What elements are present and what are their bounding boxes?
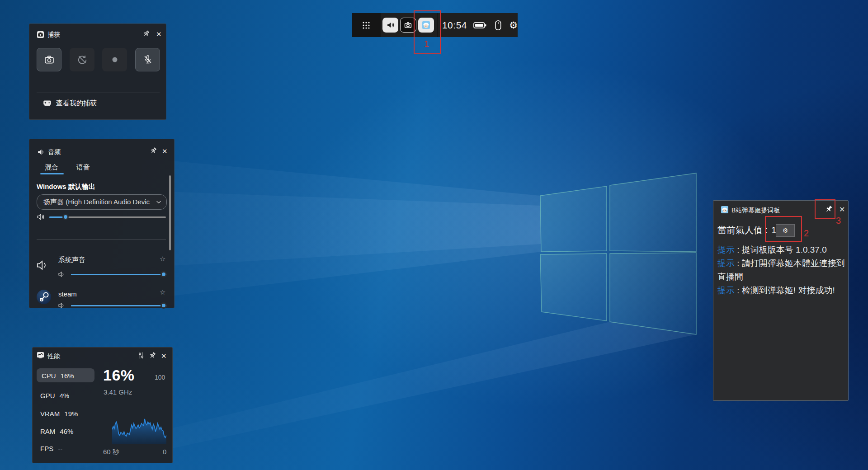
channel-volume-thumb[interactable] xyxy=(160,271,167,277)
metric-cpu[interactable]: CPU16% xyxy=(42,372,74,380)
metric-ram[interactable]: RAM46% xyxy=(40,428,73,435)
graph-axis-max: 100 xyxy=(155,374,165,381)
mic-muted-button[interactable] xyxy=(135,48,160,71)
channel-name: steam xyxy=(58,290,77,298)
audio-widget-button[interactable] xyxy=(382,18,398,33)
settings-gear-icon[interactable]: ⚙ xyxy=(509,20,518,31)
active-tab-underline xyxy=(40,173,64,174)
performance-panel-title: 性能 xyxy=(47,352,60,361)
output-device-select[interactable]: 扬声器 (High Definition Audio Devic xyxy=(37,194,167,210)
close-icon[interactable]: ✕ xyxy=(162,148,168,155)
tip-line: 提示 : 检测到弹幕姬! 对接成功! xyxy=(717,284,846,297)
screenshot-button[interactable] xyxy=(37,48,61,71)
close-icon[interactable]: ✕ xyxy=(839,206,845,213)
widget-title: B站弹幕姬提词板 xyxy=(731,207,780,215)
metric-vram[interactable]: VRAM19% xyxy=(40,410,78,418)
capture-panel: 捕获 ✕ xyxy=(29,24,166,120)
performance-panel-icon xyxy=(37,352,44,359)
audio-panel-icon xyxy=(37,148,45,156)
widget-menu-button[interactable] xyxy=(352,13,381,37)
performance-panel: 性能 ✕ CPU16% GPU4% VRAM19% RAM46% FPS-- 1… xyxy=(32,347,173,463)
tip-line: 提示 : 提词板版本号 1.0.37.0 xyxy=(717,243,846,257)
graph-axis-right: 0 xyxy=(163,448,166,456)
metric-fps[interactable]: FPS-- xyxy=(40,445,62,452)
annotation-box-3 xyxy=(815,199,835,219)
mic-muted-icon xyxy=(143,55,153,65)
divider xyxy=(37,240,166,240)
options-sliders-icon[interactable] xyxy=(137,352,145,359)
channel-volume-thumb[interactable] xyxy=(160,302,167,309)
steam-icon xyxy=(37,290,51,304)
pin-icon[interactable] xyxy=(142,30,150,38)
tab-mix[interactable]: 混合 xyxy=(45,163,58,172)
capture-panel-title: 捕获 xyxy=(47,31,60,39)
camera-icon xyxy=(404,21,412,29)
record-button xyxy=(102,48,127,71)
battery-icon xyxy=(473,21,486,29)
master-volume-thumb[interactable] xyxy=(62,214,69,220)
chevron-down-icon xyxy=(156,199,162,205)
close-icon[interactable]: ✕ xyxy=(156,31,162,38)
cpu-frequency: 3.41 GHz xyxy=(104,388,132,396)
channel-volume-fill xyxy=(71,274,167,275)
scrollbar[interactable] xyxy=(169,175,171,250)
anger-value-label: 當前氣人值 : xyxy=(717,224,768,236)
tip-line: 提示 : 請打開彈幕姬本體並連接到直播間 xyxy=(717,257,846,284)
danmaku-avatar-icon xyxy=(721,206,728,213)
capture-panel-icon xyxy=(37,31,44,38)
audio-panel-title: 音频 xyxy=(48,148,61,156)
metric-gpu[interactable]: GPU4% xyxy=(40,392,69,400)
audio-panel: 音频 ✕ 混合 语音 Windows 默认输出 扬声器 (High Defini… xyxy=(29,139,175,308)
speaker-icon xyxy=(387,21,394,29)
speaker-icon xyxy=(58,271,66,277)
favorite-star-icon[interactable]: ☆ xyxy=(160,255,165,263)
pin-icon[interactable] xyxy=(150,147,157,155)
annotation-label-1: 1 xyxy=(424,39,429,49)
speaker-icon xyxy=(58,302,66,309)
speaker-icon xyxy=(37,213,45,221)
grid-icon xyxy=(362,21,370,29)
record-last-icon xyxy=(77,55,87,65)
output-device-value: 扬声器 (High Definition Audio Devic xyxy=(43,198,156,207)
divider xyxy=(37,93,160,93)
view-captures-label: 查看我的捕获 xyxy=(56,99,97,108)
my-captures-icon xyxy=(43,99,52,108)
system-sounds-icon xyxy=(37,259,49,271)
record-dot-icon xyxy=(110,55,120,65)
mouse-icon[interactable] xyxy=(495,20,502,31)
default-output-label: Windows 默认输出 xyxy=(37,183,95,191)
close-icon[interactable]: ✕ xyxy=(161,352,167,359)
camera-icon xyxy=(44,55,54,65)
annotation-label-3: 3 xyxy=(836,216,841,226)
cpu-usage-graph xyxy=(112,414,166,444)
clock: 10:54 xyxy=(442,20,467,31)
channel-name: 系统声音 xyxy=(58,256,85,264)
channel-volume-fill xyxy=(71,305,167,306)
record-last-button xyxy=(70,48,94,71)
view-captures-link[interactable]: 查看我的捕获 xyxy=(43,99,97,108)
annotation-box-2 xyxy=(765,216,802,242)
pin-icon[interactable] xyxy=(149,352,156,359)
tab-voice[interactable]: 语音 xyxy=(76,163,90,172)
favorite-star-icon[interactable]: ☆ xyxy=(160,288,165,296)
annotation-label-2: 2 xyxy=(804,228,809,239)
cpu-big-value: 16% xyxy=(103,367,135,384)
graph-axis-left: 60 秒 xyxy=(103,448,119,456)
